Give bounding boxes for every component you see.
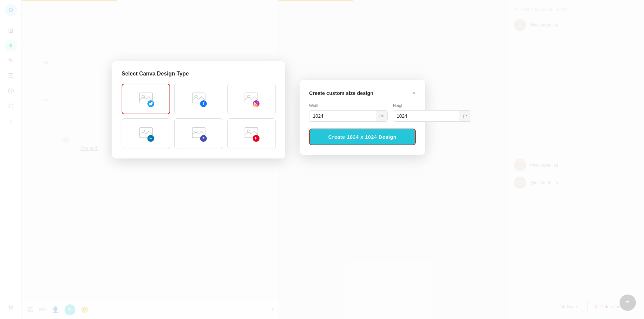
close-button[interactable]: × xyxy=(412,89,416,97)
design-card-instagram[interactable] xyxy=(227,84,276,114)
image-placeholder-facebook: f xyxy=(192,93,205,106)
design-card-facebook[interactable]: f xyxy=(174,84,223,114)
canva-modal-title: Select Canva Design Type xyxy=(122,71,276,77)
menu-icon: ≡ xyxy=(626,299,630,307)
height-label: Height xyxy=(393,103,471,108)
height-input[interactable] xyxy=(393,111,460,121)
image-placeholder-twitter xyxy=(139,93,153,106)
image-placeholder-pinterest: P xyxy=(245,127,258,140)
design-card-pinterest[interactable]: P xyxy=(227,118,276,149)
create-design-button[interactable]: Create 1024 x 1024 Design xyxy=(309,129,416,145)
custom-size-modal: Create custom size design × Width px Hei… xyxy=(300,80,425,155)
width-input-wrap: px xyxy=(309,110,388,122)
instagram-badge xyxy=(253,100,260,107)
custom-modal-title: Create custom size design xyxy=(309,90,373,96)
modal-overlay xyxy=(0,0,644,319)
design-grid: f xyxy=(122,84,276,149)
width-label: Width xyxy=(309,103,388,108)
width-unit: px xyxy=(376,111,387,121)
linkedin-badge: in xyxy=(147,135,154,142)
pinterest-badge: P xyxy=(253,135,260,142)
design-card-teams[interactable]: T xyxy=(174,118,223,149)
width-input[interactable] xyxy=(309,111,376,121)
image-placeholder-teams: T xyxy=(192,127,205,140)
height-unit: px xyxy=(460,111,471,121)
image-placeholder-instagram xyxy=(245,93,258,106)
twitter-badge xyxy=(147,100,154,107)
custom-modal-header: Create custom size design × xyxy=(309,89,416,97)
canva-modal: Select Canva Design Type xyxy=(112,61,285,158)
width-group: Width px xyxy=(309,103,388,122)
design-card-twitter[interactable] xyxy=(122,84,170,114)
chat-bubble-button[interactable]: ≡ xyxy=(620,295,636,311)
facebook-badge: f xyxy=(200,100,207,107)
design-card-linkedin[interactable]: in xyxy=(122,118,170,149)
teams-badge: T xyxy=(200,135,207,142)
size-inputs: Width px Height px xyxy=(309,103,416,122)
height-input-wrap: px xyxy=(393,110,471,122)
height-group: Height px xyxy=(393,103,471,122)
image-placeholder-linkedin: in xyxy=(139,127,153,140)
